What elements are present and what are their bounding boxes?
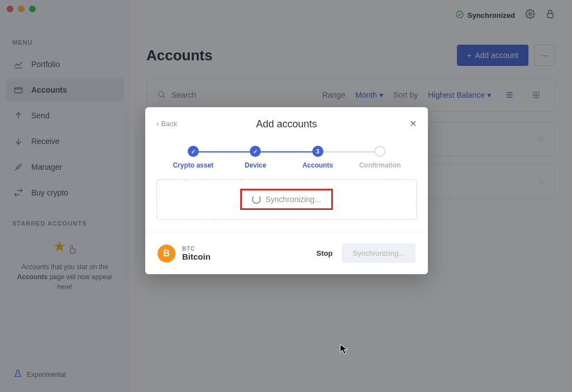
- step-check-icon: ✓: [250, 146, 261, 157]
- sync-highlight-box: Synchronizing...: [240, 189, 333, 210]
- modal-header: ‹ Back Add accounts ✕: [145, 107, 428, 135]
- step-check-icon: ✓: [188, 146, 199, 157]
- modal-back-button[interactable]: ‹ Back: [156, 119, 177, 128]
- modal-footer: B BTC Bitcoin Stop Synchronizing...: [145, 232, 428, 274]
- add-accounts-modal: ‹ Back Add accounts ✕ ✓ Crypto asset ✓ D…: [145, 107, 428, 274]
- step-confirmation: Confirmation: [349, 146, 412, 169]
- sync-box-wrapper: Synchronizing...: [145, 179, 428, 232]
- syncing-label: Synchronizing...: [265, 195, 321, 204]
- coin-symbol: BTC: [182, 246, 211, 252]
- coin-text: BTC Bitcoin: [182, 246, 211, 261]
- modal-title: Add accounts: [159, 118, 414, 130]
- mouse-cursor-icon: [340, 344, 349, 357]
- step-pending-icon: [374, 146, 385, 157]
- step-number-badge: 3: [312, 146, 323, 157]
- spinner-icon: [252, 195, 261, 204]
- step-device: ✓ Device: [225, 146, 287, 169]
- close-icon: ✕: [409, 119, 417, 128]
- step-label: Accounts: [287, 161, 349, 169]
- synchronizing-button: Synchronizing...: [342, 243, 416, 263]
- chevron-left-icon: ‹: [156, 119, 159, 128]
- stop-button[interactable]: Stop: [317, 249, 333, 257]
- back-label: Back: [161, 119, 177, 128]
- step-label: Confirmation: [349, 161, 412, 169]
- step-crypto-asset: ✓ Crypto asset: [162, 146, 225, 169]
- coin-info: B BTC Bitcoin: [158, 245, 211, 262]
- sync-status-box: Synchronizing...: [156, 179, 417, 219]
- step-label: Device: [225, 161, 287, 169]
- modal-close-button[interactable]: ✕: [409, 118, 417, 129]
- modal-footer-actions: Stop Synchronizing...: [317, 243, 416, 263]
- bitcoin-icon: B: [158, 245, 175, 262]
- stepper: ✓ Crypto asset ✓ Device 3 Accounts Confi…: [145, 135, 428, 179]
- step-accounts: 3 Accounts: [287, 146, 349, 169]
- step-label: Crypto asset: [162, 161, 225, 169]
- coin-name: Bitcoin: [182, 252, 211, 261]
